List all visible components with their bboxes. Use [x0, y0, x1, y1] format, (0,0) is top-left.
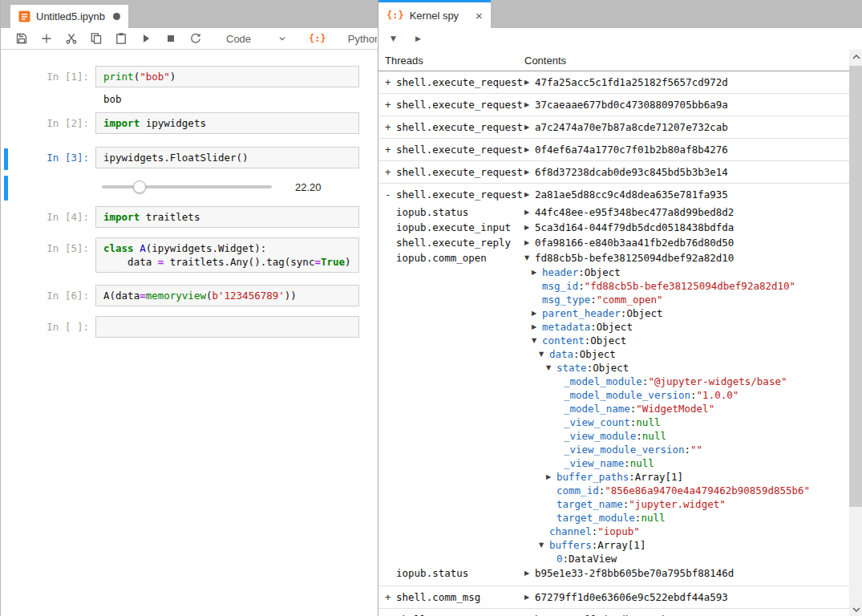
- json-tree-line: ▶metadata: Object: [524, 320, 849, 334]
- kernelspy-content: Threads Contents +shell.execute_request▶…: [378, 50, 849, 616]
- cell-type-dropdown[interactable]: Code: [226, 33, 251, 45]
- json-colon: :: [621, 307, 627, 319]
- json-tree-line: _view_name: null: [524, 456, 849, 470]
- collapse-all-button[interactable]: ▼: [391, 35, 396, 43]
- json-key: comm_id: [556, 484, 599, 496]
- scrollbar-thumb[interactable]: [849, 66, 862, 507]
- cell-input-area[interactable]: import traitlets: [95, 206, 359, 228]
- cell-prompt: In [1]:: [1, 66, 95, 83]
- json-tree-line: ▼data: Object: [524, 347, 849, 361]
- json-colon: :: [587, 362, 593, 374]
- expand-triangle-icon[interactable]: ▶: [524, 594, 535, 601]
- scroll-down-icon[interactable]: [849, 602, 862, 616]
- slider-handle[interactable]: [133, 180, 146, 193]
- expand-triangle-icon[interactable]: ▶: [524, 191, 535, 198]
- message-contents: ▶5ca3d164-044f79db5dcd0518438bdfda: [524, 220, 849, 235]
- expand-triangle-icon[interactable]: ▶: [524, 224, 535, 231]
- expand-triangle-icon[interactable]: ▶: [524, 168, 535, 176]
- kernelspy-row[interactable]: -shell.execute_request▶2a81ae5d88cc9c4d8…: [378, 184, 849, 205]
- json-key: metadata: [542, 321, 590, 333]
- stop-button[interactable]: [158, 29, 183, 48]
- cut-button[interactable]: [59, 29, 83, 48]
- json-tree-line: _model_module: "@jupyter-widgets/base": [524, 375, 849, 388]
- notebook-cell: In [4]:import traitlets: [1, 206, 378, 228]
- collapse-triangle-icon[interactable]: ▼: [532, 337, 542, 344]
- kernel-name-button[interactable]: Python: [348, 33, 377, 45]
- code-line: class A(ipywidgets.Widget):: [103, 241, 351, 255]
- notebook-cell: In [2]:import ipywidgets: [1, 112, 378, 134]
- slider-track[interactable]: [102, 185, 272, 188]
- row-expander-icon[interactable]: +: [385, 144, 396, 156]
- copy-button[interactable]: [83, 29, 108, 48]
- message-id: 67279ff1d0e63606e9c522ebdf44a593: [535, 591, 728, 603]
- thread-cell: +shell.comm_msg: [385, 591, 524, 603]
- code-line: import traitlets: [103, 210, 351, 224]
- thread-name: shell.comm_msg: [396, 591, 480, 603]
- scrollbar[interactable]: [849, 50, 862, 616]
- message-id: b95e1e33-2f8bb605be70a795bf88146d: [535, 567, 734, 579]
- expand-triangle-icon[interactable]: ▶: [532, 323, 542, 330]
- json-colon: :: [630, 403, 637, 415]
- json-value: Array[1]: [597, 539, 645, 551]
- json-tree-line: target_module: null: [524, 511, 849, 525]
- cell-output: bob: [1, 93, 378, 105]
- cell-input-area[interactable]: print("bob"): [95, 66, 359, 87]
- expand-triangle-icon[interactable]: ▶: [524, 101, 535, 108]
- cell-input-area[interactable]: [95, 316, 359, 338]
- row-expander-icon[interactable]: +: [385, 591, 396, 603]
- json-colon: :: [624, 457, 630, 469]
- json-value: Object: [626, 307, 662, 319]
- expand-triangle-icon[interactable]: ▶: [524, 569, 535, 577]
- kernelspy-row[interactable]: +shell.comm_msg▶b60e765affede6db026e9b65…: [378, 609, 849, 616]
- kernelspy-row[interactable]: +shell.execute_request▶0f4ef6a74a1770c7f…: [378, 139, 849, 161]
- paste-button[interactable]: [108, 29, 133, 48]
- expand-triangle-icon[interactable]: ▶: [532, 269, 542, 276]
- expand-all-button[interactable]: ▶: [415, 35, 421, 43]
- kernelspy-subrow: iopub.comm_open▼fd88cb5b-befe38125094dbe…: [378, 250, 849, 565]
- notebook-tab-title: Untitled5.ipynb: [36, 10, 105, 22]
- column-headers: Threads Contents: [378, 50, 849, 71]
- close-icon[interactable]: ×: [476, 10, 483, 22]
- threads-column-header: Threads: [385, 55, 524, 67]
- row-expander-icon[interactable]: +: [385, 166, 396, 178]
- json-key: _view_name: [564, 457, 624, 469]
- json-key: target_module: [556, 512, 635, 524]
- row-expander-icon[interactable]: +: [385, 99, 396, 111]
- row-expander-icon[interactable]: +: [385, 121, 396, 133]
- collapse-triangle-icon[interactable]: ▼: [539, 351, 549, 358]
- stop-icon: [164, 32, 177, 45]
- kernelspy-row[interactable]: +shell.execute_request▶a7c2474a70e7b87a8…: [378, 116, 849, 139]
- row-expander-icon[interactable]: -: [385, 188, 396, 201]
- expand-triangle-icon[interactable]: ▶: [524, 239, 535, 246]
- run-button[interactable]: [133, 29, 158, 48]
- collapse-triangle-icon[interactable]: ▼: [539, 541, 549, 549]
- code-line: import ipywidgets: [103, 116, 351, 130]
- cell-input-area[interactable]: A(data=memoryview(b'123456789')): [95, 285, 359, 306]
- kernelspy-toolbar-button[interactable]: {:}: [309, 33, 326, 44]
- expand-triangle-icon[interactable]: ▶: [524, 124, 535, 131]
- collapse-triangle-icon[interactable]: ▼: [524, 254, 535, 261]
- restart-button[interactable]: [183, 29, 208, 48]
- insert-cell-button[interactable]: [34, 29, 59, 48]
- message-contents: ▼fd88cb5b-befe38125094dbef92a82d10: [524, 250, 849, 265]
- expand-triangle-icon[interactable]: ▶: [532, 310, 542, 317]
- save-button[interactable]: [9, 29, 34, 48]
- cell-input-area[interactable]: class A(ipywidgets.Widget): data = trait…: [95, 237, 359, 273]
- expand-triangle-icon[interactable]: ▶: [524, 146, 535, 153]
- collapse-triangle-icon[interactable]: ▼: [546, 364, 556, 371]
- cell-input-area[interactable]: import ipywidgets: [95, 112, 359, 134]
- json-colon: :: [590, 294, 597, 306]
- expand-triangle-icon[interactable]: ▶: [524, 79, 535, 86]
- tab-notebook[interactable]: Untitled5.ipynb: [10, 5, 128, 28]
- kernelspy-row[interactable]: +shell.execute_request▶6f8d37238dcab0de9…: [378, 161, 849, 184]
- expand-triangle-icon[interactable]: ▶: [546, 473, 556, 480]
- kernelspy-row[interactable]: +shell.execute_request▶47fa25acc5c1fd1a2…: [378, 71, 849, 94]
- json-tree-line: _model_name: "WidgetModel": [524, 402, 849, 415]
- cell-input-area[interactable]: ipywidgets.FloatSlider(): [95, 147, 359, 168]
- kernelspy-row[interactable]: +shell.execute_request▶37caeaae677bd0c47…: [378, 94, 849, 116]
- expand-triangle-icon[interactable]: ▶: [524, 209, 535, 216]
- row-expander-icon[interactable]: +: [385, 76, 396, 88]
- kernelspy-row[interactable]: +shell.comm_msg▶67279ff1d0e63606e9c522eb…: [378, 586, 849, 609]
- tab-kernelspy[interactable]: {:} Kernel spy ×: [378, 0, 491, 28]
- scroll-up-icon[interactable]: [849, 50, 862, 63]
